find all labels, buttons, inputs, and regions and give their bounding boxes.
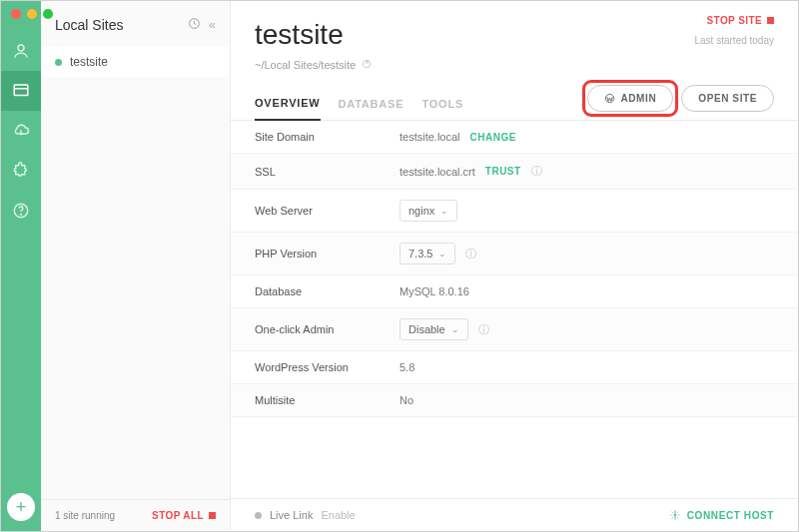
live-link-status-icon xyxy=(255,512,262,519)
tab-overview[interactable]: OVERVIEW xyxy=(255,97,321,121)
admin-button[interactable]: ADMIN xyxy=(587,85,673,112)
row-label-php: PHP Version xyxy=(255,248,400,260)
info-icon[interactable]: ⓘ xyxy=(531,164,542,179)
nav-rail: + xyxy=(1,1,41,531)
chevron-down-icon: ⌄ xyxy=(440,206,448,216)
maximize-icon[interactable] xyxy=(43,9,53,19)
svg-rect-1 xyxy=(14,85,28,96)
stop-icon xyxy=(209,512,216,519)
rail-sites[interactable] xyxy=(1,71,41,111)
reveal-path-icon[interactable] xyxy=(362,59,372,71)
ssl-value: testsite.local.crt xyxy=(400,166,475,178)
row-label-db: Database xyxy=(255,285,400,297)
main-panel: STOP SITE Last started today testsite ~/… xyxy=(231,1,798,531)
add-site-button[interactable]: + xyxy=(7,493,35,521)
rail-cloud[interactable] xyxy=(1,111,41,151)
svg-point-0 xyxy=(18,45,24,51)
last-started-label: Last started today xyxy=(695,35,775,46)
site-domain-value: testsite.local xyxy=(400,131,460,143)
site-item[interactable]: testsite xyxy=(41,47,230,77)
wp-version-value: 5.8 xyxy=(400,361,414,373)
sidebar: Local Sites « testsite 1 site running ST… xyxy=(41,1,231,531)
web-server-select[interactable]: nginx ⌄ xyxy=(400,200,457,222)
row-label-webserver: Web Server xyxy=(255,205,400,217)
running-count: 1 site running xyxy=(55,510,115,521)
minimize-icon[interactable] xyxy=(27,9,37,19)
enable-live-link[interactable]: Enable xyxy=(321,509,355,521)
row-label-ssl: SSL xyxy=(255,166,400,178)
svg-point-8 xyxy=(674,514,676,516)
site-path[interactable]: ~/Local Sites/testsite xyxy=(255,59,774,71)
stop-site-button[interactable]: STOP SITE xyxy=(707,15,774,26)
connect-host-button[interactable]: CONNECT HOST xyxy=(669,509,774,521)
status-dot-icon xyxy=(55,59,62,66)
tab-row: OVERVIEW DATABASE TOOLS ADMIN OPEN SITE xyxy=(231,77,798,121)
stop-icon xyxy=(767,17,774,24)
tab-tools[interactable]: TOOLS xyxy=(421,98,463,120)
trust-ssl-button[interactable]: TRUST xyxy=(485,166,521,177)
main-footer: Live Link Enable CONNECT HOST xyxy=(231,498,798,531)
cloud-icon xyxy=(12,122,30,140)
sites-icon xyxy=(12,82,30,100)
rail-help[interactable] xyxy=(1,191,41,231)
collapse-icon[interactable]: « xyxy=(209,17,216,33)
multisite-value: No xyxy=(400,394,413,406)
db-value: MySQL 8.0.16 xyxy=(400,285,469,297)
site-item-name: testsite xyxy=(70,55,108,69)
sidebar-title: Local Sites xyxy=(55,17,123,33)
row-label-oneclick: One-click Admin xyxy=(255,323,400,335)
php-version-select[interactable]: 7.3.5 ⌄ xyxy=(400,243,455,265)
user-icon xyxy=(12,42,30,60)
rail-addons[interactable] xyxy=(1,151,41,191)
open-site-button[interactable]: OPEN SITE xyxy=(681,85,774,112)
row-label-multisite: Multisite xyxy=(255,394,400,406)
rail-profile[interactable] xyxy=(1,31,41,71)
puzzle-icon xyxy=(12,162,30,180)
change-domain-button[interactable]: CHANGE xyxy=(470,132,516,143)
info-icon[interactable]: ⓘ xyxy=(465,247,476,262)
plus-icon: + xyxy=(16,497,27,518)
oneclick-admin-select[interactable]: Disable ⌄ xyxy=(400,318,468,340)
chevron-down-icon: ⌄ xyxy=(438,249,446,259)
window-controls[interactable] xyxy=(11,9,53,19)
stop-all-button[interactable]: STOP ALL xyxy=(152,510,216,521)
site-list: testsite xyxy=(41,43,230,499)
info-icon[interactable]: ⓘ xyxy=(478,322,489,337)
help-icon xyxy=(12,202,30,220)
live-link-label: Live Link xyxy=(270,509,313,521)
row-label-domain: Site Domain xyxy=(255,131,400,143)
close-icon[interactable] xyxy=(11,9,21,19)
sort-icon[interactable] xyxy=(188,17,201,33)
chevron-down-icon: ⌄ xyxy=(451,324,459,334)
tab-database[interactable]: DATABASE xyxy=(339,98,404,120)
wordpress-icon xyxy=(604,93,615,104)
overview-details: Site Domain testsite.local CHANGE SSL te… xyxy=(231,121,798,498)
connect-icon xyxy=(669,509,681,521)
svg-point-4 xyxy=(21,214,22,215)
row-label-wp: WordPress Version xyxy=(255,361,400,373)
